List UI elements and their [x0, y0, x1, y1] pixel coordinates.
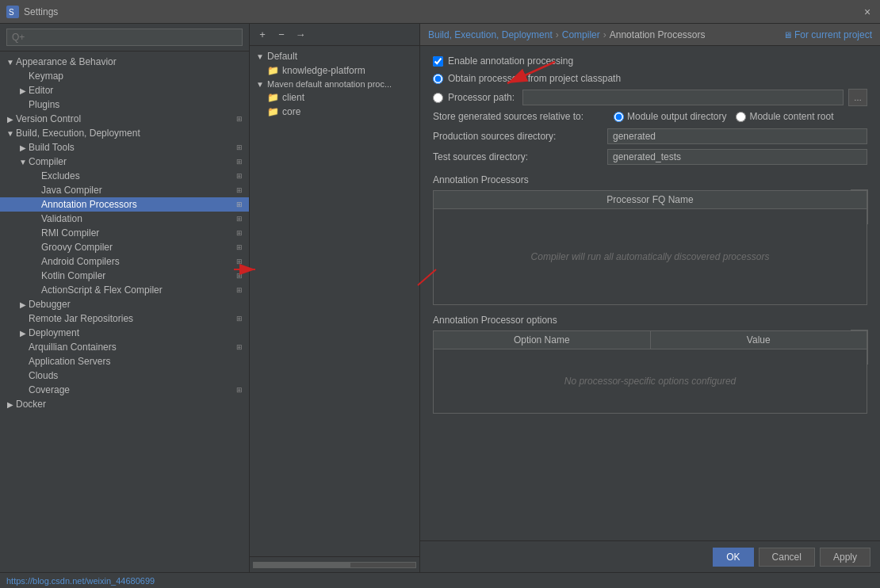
expand-arrow: ▼ — [5, 129, 16, 138]
sidebar-item-label: Validation — [41, 213, 233, 224]
breadcrumb-sep-1: › — [556, 29, 559, 40]
search-bar — [0, 24, 249, 52]
sidebar-item-excludes[interactable]: Excludes ⊞ — [0, 169, 249, 183]
sidebar-item-android-compilers[interactable]: Android Compilers ⊞ — [0, 254, 249, 269]
proc-item-label: client — [282, 92, 304, 103]
ext-badge: ⊞ — [236, 186, 243, 194]
sidebar-item-validation[interactable]: Validation ⊞ — [0, 212, 249, 226]
ext-badge: ⊞ — [236, 272, 243, 280]
search-input[interactable] — [6, 29, 243, 46]
proc-item-default[interactable]: ▼ Default — [250, 49, 419, 63]
proc-item-core[interactable]: 📁 core — [250, 105, 419, 119]
sidebar-item-java-compiler[interactable]: Java Compiler ⊞ — [0, 183, 249, 197]
module-content-radio[interactable] — [736, 112, 746, 122]
module-output-radio[interactable] — [614, 112, 624, 122]
sidebar-item-coverage[interactable]: Coverage ⊞ — [0, 383, 249, 397]
sidebar-item-groovy-compiler[interactable]: Groovy Compiler ⊞ — [0, 240, 249, 254]
processor-table-header: Processor FQ Name — [434, 191, 867, 209]
bottom-bar: OK Cancel Apply — [420, 540, 880, 572]
next-button[interactable]: → — [293, 27, 308, 43]
proc-item-client[interactable]: 📁 client — [250, 90, 419, 105]
processor-path-label[interactable]: Processor path: — [448, 92, 515, 103]
sidebar-item-label: Groovy Compiler — [41, 242, 233, 253]
middle-panel: + − → ▼ Default 📁 knowledge-platform ▼ — [250, 24, 420, 572]
proc-item-label: Maven default annotation proc... — [267, 79, 392, 89]
sidebar-item-clouds[interactable]: Clouds — [0, 368, 249, 383]
sidebar-item-label: Coverage — [29, 384, 233, 395]
proc-item-label: core — [282, 106, 300, 117]
enable-annotation-checkbox[interactable] — [433, 56, 443, 67]
sidebar-item-label: Deployment — [29, 327, 243, 338]
expand-arrow: ▼ — [256, 80, 267, 89]
sidebar-item-label: Build, Execution, Deployment — [16, 128, 243, 139]
status-bar: https://blog.csdn.net/weixin_44680699 — [0, 572, 880, 588]
breadcrumb-build[interactable]: Build, Execution, Deployment — [428, 29, 553, 40]
sidebar-item-build-execution[interactable]: ▼ Build, Execution, Deployment — [0, 126, 249, 140]
sidebar-item-rmi-compiler[interactable]: RMI Compiler ⊞ — [0, 226, 249, 240]
right-panel: Build, Execution, Deployment › Compiler … — [420, 24, 880, 572]
browse-button[interactable]: … — [848, 89, 867, 106]
sidebar-item-label: Java Compiler — [41, 185, 233, 196]
module-content-option[interactable]: Module content root — [736, 111, 833, 122]
sidebar-item-annotation-processors[interactable]: Annotation Processors ⊞ — [0, 197, 249, 212]
sidebar-item-editor[interactable]: ▶ Editor — [0, 83, 249, 97]
status-url[interactable]: https://blog.csdn.net/weixin_44680699 — [6, 576, 155, 586]
cancel-button[interactable]: Cancel — [759, 548, 815, 567]
store-generated-row: Store generated sources relative to: Mod… — [433, 111, 867, 122]
sidebar-item-label: Kotlin Compiler — [41, 270, 233, 281]
sidebar-item-label: Editor — [29, 85, 243, 96]
sidebar-item-remote-jar[interactable]: Remote Jar Repositories ⊞ — [0, 311, 249, 326]
settings-window: S Settings × ▼ Appearance & Behavior Key… — [0, 0, 880, 588]
sidebar-item-label: RMI Compiler — [41, 227, 233, 239]
sidebar-item-appearance-behavior[interactable]: ▼ Appearance & Behavior — [0, 55, 249, 69]
module-output-option[interactable]: Module output directory — [614, 111, 726, 122]
sidebar-item-version-control[interactable]: ▶ Version Control ⊞ — [0, 112, 249, 126]
sidebar-item-build-tools[interactable]: ▶ Build Tools ⊞ — [0, 140, 249, 155]
sidebar-item-deployment[interactable]: ▶ Deployment — [0, 326, 249, 340]
proc-item-maven-default[interactable]: ▼ Maven default annotation proc... — [250, 78, 419, 90]
close-button[interactable]: × — [861, 6, 874, 18]
obtain-processors-label[interactable]: Obtain processors from project classpath — [448, 73, 621, 84]
sidebar-item-app-servers[interactable]: Application Servers — [0, 354, 249, 368]
project-link[interactable]: 🖥 For current project — [783, 29, 872, 40]
proc-item-label: Default — [267, 51, 297, 62]
sidebar-item-docker[interactable]: ▶ Docker — [0, 397, 249, 411]
production-sources-input[interactable] — [607, 128, 867, 144]
add-button[interactable]: + — [254, 27, 270, 43]
module-content-label: Module content root — [749, 111, 833, 122]
obtain-processors-radio[interactable] — [433, 74, 443, 84]
sidebar-item-actionscript[interactable]: ActionScript & Flex Compiler ⊞ — [0, 283, 249, 297]
sidebar-item-debugger[interactable]: ▶ Debugger — [0, 297, 249, 311]
remove-button[interactable]: − — [274, 27, 289, 43]
ok-button[interactable]: OK — [713, 548, 753, 567]
sidebar-item-keymap[interactable]: Keymap — [0, 69, 249, 83]
processor-path-row: Processor path: … — [433, 89, 867, 106]
enable-annotation-row: Enable annotation processing — [433, 55, 867, 67]
processor-table-empty: Compiler will run all automatically disc… — [531, 251, 770, 262]
breadcrumb-compiler[interactable]: Compiler — [562, 29, 600, 40]
sidebar-item-arquillian[interactable]: Arquillian Containers ⊞ — [0, 340, 249, 354]
sidebar-item-label: Compiler — [29, 156, 233, 167]
sidebar-item-plugins[interactable]: Plugins — [0, 97, 249, 112]
apply-button[interactable]: Apply — [820, 548, 870, 567]
svg-text:S: S — [9, 8, 14, 17]
store-generated-options: Module output directory Module content r… — [614, 111, 833, 122]
options-table-header: Option Name Value — [434, 331, 867, 349]
ext-badge: ⊞ — [236, 386, 243, 394]
annotation-processors-section-title: Annotation Processors — [433, 174, 867, 185]
sidebar-item-label: Remote Jar Repositories — [29, 313, 233, 324]
folder-icon: 📁 — [267, 106, 279, 117]
test-sources-input[interactable] — [607, 149, 867, 165]
ext-badge: ⊞ — [236, 143, 243, 151]
ext-badge: ⊞ — [236, 158, 243, 166]
sidebar-item-kotlin-compiler[interactable]: Kotlin Compiler ⊞ — [0, 269, 249, 283]
sidebar-item-label: Arquillian Containers — [29, 342, 233, 353]
sidebar-item-label: Android Compilers — [41, 256, 233, 267]
enable-annotation-label[interactable]: Enable annotation processing — [448, 55, 573, 67]
processor-path-radio[interactable] — [433, 93, 443, 103]
sidebar-item-compiler[interactable]: ▼ Compiler ⊞ — [0, 155, 249, 169]
expand-arrow: ▶ — [17, 143, 29, 152]
breadcrumb-sep-2: › — [603, 29, 606, 40]
processor-path-input[interactable] — [522, 90, 844, 105]
proc-item-knowledge-platform[interactable]: 📁 knowledge-platform — [250, 63, 419, 78]
